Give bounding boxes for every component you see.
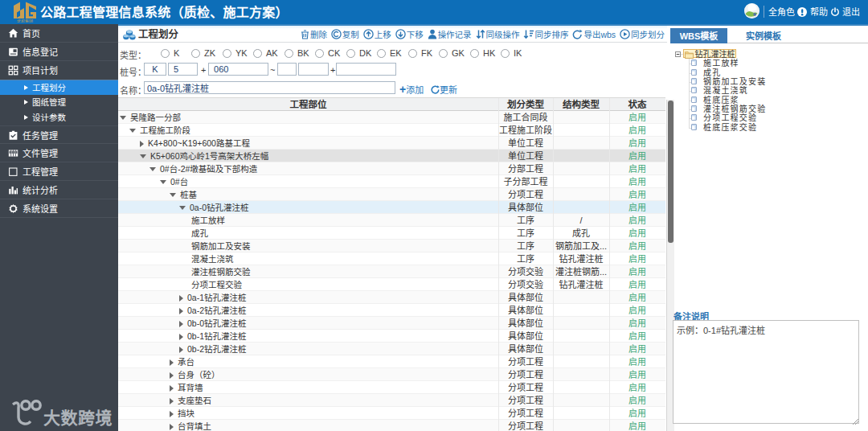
svg-text:大数跨境: 大数跨境 [43,408,113,427]
svg-text:北投集团: 北投集团 [17,18,33,23]
